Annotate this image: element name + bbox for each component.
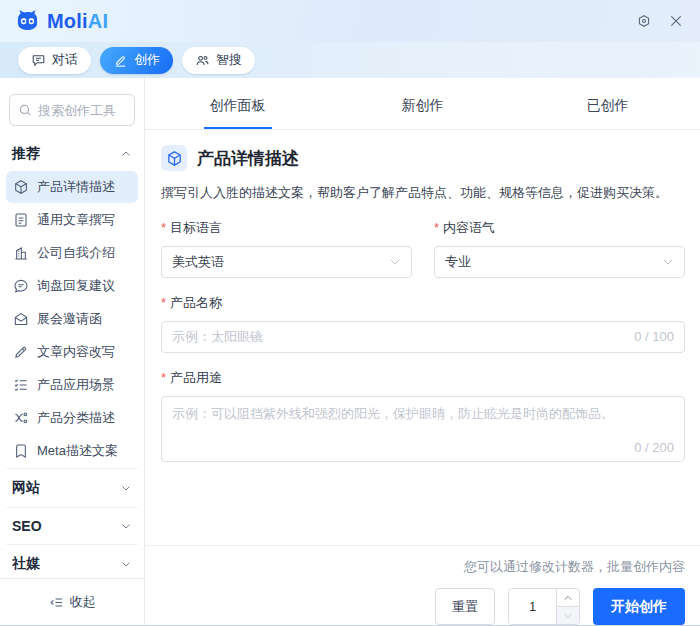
app-title: MoliAI — [47, 10, 108, 33]
action-footer: 您可以通过修改计数器，批量创作内容 重置 — [145, 545, 700, 625]
reset-button[interactable]: 重置 — [435, 588, 495, 625]
pencil-icon — [113, 53, 128, 68]
stepper-down-button[interactable] — [557, 606, 579, 624]
sidebar-item-application-scenario[interactable]: 产品应用场景 — [6, 369, 138, 401]
tab-creation-panel[interactable]: 创作面板 — [145, 78, 330, 129]
sidebar-item-exhibition-invitation[interactable]: 展会邀请函 — [6, 303, 138, 335]
sidebar-item-label: 公司自我介绍 — [37, 244, 115, 262]
section-social-media-label: 社媒 — [12, 555, 40, 573]
chevron-down-icon — [662, 256, 674, 268]
sidebar-item-label: 询盘回复建议 — [37, 277, 115, 295]
nav-chat-label: 对话 — [52, 51, 78, 69]
section-website-label: 网站 — [12, 479, 40, 497]
collapse-icon — [49, 595, 64, 610]
nav-create-label: 创作 — [134, 51, 160, 69]
mode-switcher: 对话 创作 智搜 — [0, 42, 700, 78]
settings-icon[interactable] — [636, 13, 652, 29]
close-icon[interactable] — [668, 13, 684, 29]
tone-label: *内容语气 — [434, 219, 685, 237]
required-mark: * — [161, 370, 166, 385]
required-mark: * — [434, 220, 439, 235]
product-use-input[interactable] — [172, 405, 674, 440]
chevron-down-icon — [120, 558, 132, 570]
search-icon — [18, 103, 32, 117]
batch-hint: 您可以通过修改计数器，批量创作内容 — [160, 558, 685, 576]
chevron-down-icon — [120, 482, 132, 494]
tone-value: 专业 — [445, 253, 471, 271]
section-recommended-label: 推荐 — [12, 145, 40, 163]
sidebar-item-inquiry-reply[interactable]: 询盘回复建议 — [6, 270, 138, 302]
nav-create[interactable]: 创作 — [100, 47, 173, 74]
sidebar-item-label: 产品应用场景 — [37, 376, 115, 394]
chevron-up-icon — [563, 593, 573, 603]
section-recommended[interactable]: 推荐 — [6, 138, 138, 170]
sidebar-item-label: 文章内容改写 — [37, 343, 115, 361]
sidebar-item-meta-description[interactable]: Meta描述文案 — [6, 435, 138, 467]
batch-count-input[interactable] — [509, 589, 556, 624]
cube-icon — [13, 179, 29, 195]
chevron-down-icon — [563, 611, 573, 621]
sidebar-item-category-description[interactable]: 产品分类描述 — [6, 402, 138, 434]
nav-smart-search-label: 智搜 — [216, 51, 242, 69]
titlebar: MoliAI — [0, 0, 700, 42]
nav-smart-search[interactable]: 智搜 — [182, 47, 255, 74]
nav-chat[interactable]: 对话 — [18, 47, 91, 74]
moliai-logo-icon — [14, 8, 41, 35]
required-mark: * — [161, 295, 166, 310]
sidebar-item-label: 通用文章撰写 — [37, 211, 115, 229]
people-icon — [195, 53, 210, 68]
target-language-select[interactable]: 美式英语 — [161, 246, 412, 278]
tone-select[interactable]: 专业 — [434, 246, 685, 278]
tab-label: 创作面板 — [204, 82, 272, 129]
chat-reply-icon — [13, 278, 29, 294]
main-panel: 创作面板 新创作 已创作 产品详情描述 撰写引人入胜的描述文案，帮助客户了解产品… — [145, 78, 700, 625]
bookmark-icon — [13, 443, 29, 459]
target-language-value: 美式英语 — [172, 253, 224, 271]
main-tabs: 创作面板 新创作 已创作 — [145, 78, 700, 130]
batch-count-stepper — [508, 588, 580, 625]
invitation-icon — [13, 311, 29, 327]
section-social-media[interactable]: 社媒 — [6, 544, 138, 578]
tab-created[interactable]: 已创作 — [515, 78, 700, 129]
sidebar-nav: 推荐 产品详情描述 通用文章撰写 公司自我介绍 询盘回复建议 — [0, 138, 144, 578]
sidebar-item-product-detail[interactable]: 产品详情描述 — [6, 171, 138, 203]
tab-label: 已创作 — [581, 82, 635, 129]
required-mark: * — [161, 220, 166, 235]
product-name-input[interactable] — [172, 329, 626, 344]
chat-bubble-icon — [31, 53, 46, 68]
chevron-up-icon — [120, 148, 132, 160]
sidebar: 推荐 产品详情描述 通用文章撰写 公司自我介绍 询盘回复建议 — [0, 78, 145, 625]
sidebar-item-general-article[interactable]: 通用文章撰写 — [6, 204, 138, 236]
sidebar-item-company-intro[interactable]: 公司自我介绍 — [6, 237, 138, 269]
product-use-label: *产品用途 — [161, 369, 685, 387]
tool-description: 撰写引人入胜的描述文案，帮助客户了解产品特点、功能、规格等信息，促进购买决策。 — [161, 183, 685, 203]
stepper-up-button[interactable] — [557, 589, 579, 606]
product-use-box: 0 / 200 — [161, 396, 685, 462]
product-name-counter: 0 / 100 — [634, 329, 674, 344]
pencil-icon — [13, 344, 29, 360]
checklist-icon — [13, 377, 29, 393]
sidebar-item-label: 展会邀请函 — [37, 310, 102, 328]
collapse-sidebar-button[interactable]: 收起 — [0, 578, 144, 625]
section-seo-label: SEO — [12, 518, 42, 534]
tool-cube-icon — [161, 145, 187, 171]
section-seo[interactable]: SEO — [6, 507, 138, 544]
building-icon — [13, 245, 29, 261]
tab-label: 新创作 — [396, 82, 450, 129]
document-icon — [13, 212, 29, 228]
product-name-box: 0 / 100 — [161, 321, 685, 353]
window-controls — [636, 13, 684, 29]
product-use-counter: 0 / 200 — [634, 440, 674, 455]
chevron-down-icon — [389, 256, 401, 268]
target-language-label: *目标语言 — [161, 219, 412, 237]
sidebar-item-label: 产品详情描述 — [37, 178, 115, 196]
start-creation-button[interactable]: 开始创作 — [593, 588, 685, 625]
page-title: 产品详情描述 — [197, 147, 299, 170]
search-input[interactable] — [38, 103, 126, 118]
app-logo: MoliAI — [14, 8, 108, 35]
tab-new-creation[interactable]: 新创作 — [330, 78, 515, 129]
section-website[interactable]: 网站 — [6, 468, 138, 507]
collapse-label: 收起 — [70, 593, 96, 611]
tool-form: 产品详情描述 撰写引人入胜的描述文案，帮助客户了解产品特点、功能、规格等信息，促… — [145, 130, 700, 545]
sidebar-item-article-rewrite[interactable]: 文章内容改写 — [6, 336, 138, 368]
